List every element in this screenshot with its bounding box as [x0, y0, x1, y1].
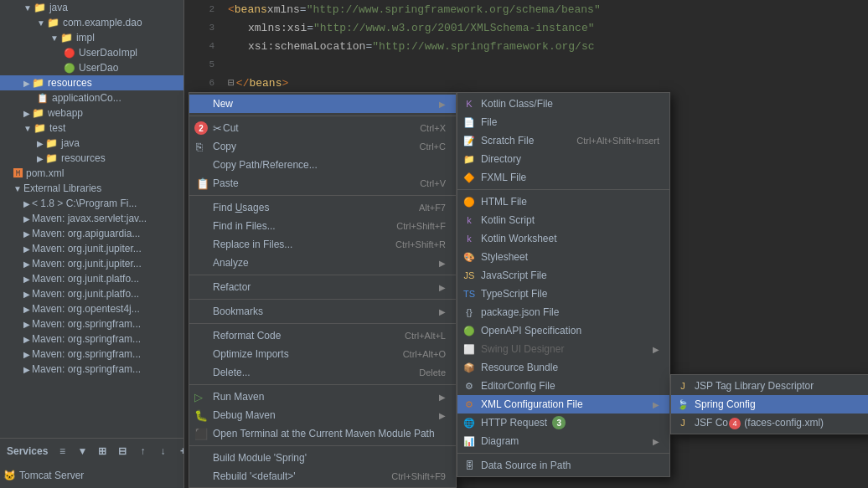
tree-item-impl[interactable]: ▼ 📁 impl	[0, 30, 183, 45]
menu-item-optimize-imports[interactable]: Optimize Imports Ctrl+Alt+O	[189, 345, 456, 363]
new-editorconfig[interactable]: ⚙ EditorConfig File	[457, 377, 669, 395]
menu-item-cut[interactable]: 2 ✂ Cut Ctrl+X	[189, 119, 456, 137]
menu-item-find-in-files[interactable]: Find in Files... Ctrl+Shift+F	[189, 217, 456, 235]
tree-label: UserDao	[79, 62, 118, 74]
menu-item-label: Swing UI Designer	[481, 343, 564, 355]
new-datasource[interactable]: 🗄 Data Source in Path	[457, 456, 669, 475]
new-file[interactable]: 📄 File	[457, 113, 669, 131]
menu-item-delete[interactable]: Delete... Delete	[189, 363, 456, 382]
new-kotlin-worksheet[interactable]: k Kotlin Worksheet	[457, 229, 669, 248]
tree-item-maven-junit2[interactable]: ▶ Maven: org.junit.jupiter...	[0, 256, 183, 271]
new-typescript[interactable]: TS TypeScript File	[457, 285, 669, 303]
new-resource-bundle[interactable]: 📦 Resource Bundle	[457, 358, 669, 377]
menu-item-label: Reformat Code	[213, 330, 281, 342]
line-number: 2	[191, 4, 214, 14]
menu-item-open-terminal[interactable]: ⬛ Open Terminal at the Current Maven Mod…	[189, 424, 456, 443]
xml-spring-config[interactable]: 🍃 Spring Config	[671, 395, 868, 414]
tree-item-maven-junit4[interactable]: ▶ Maven: org.junit.platfo...	[0, 286, 183, 301]
menu-item-label: Find in Files...	[213, 220, 276, 232]
tree-item-maven-spring4[interactable]: ▶ Maven: org.springfram...	[0, 362, 183, 377]
java-icon: 🔴	[64, 48, 75, 59]
line-number: 5	[191, 59, 214, 69]
menu-item-label: Refactor	[213, 281, 251, 293]
services-btn-2[interactable]: ▼	[75, 444, 90, 459]
menu-item-build-module[interactable]: Build Module 'Spring'	[189, 449, 456, 467]
new-swing[interactable]: ⬜ Swing UI Designer ▶	[457, 340, 669, 358]
tree-item-maven-opentest[interactable]: ▶ Maven: org.opentest4j...	[0, 301, 183, 316]
new-kotlin-script[interactable]: k Kotlin Script	[457, 211, 669, 229]
menu-item-label: Build Module 'Spring'	[213, 452, 307, 464]
xml-jsp-tag[interactable]: J JSP Tag Library Descriptor	[671, 377, 868, 395]
menu-item-replace-in-files[interactable]: Replace in Files... Ctrl+Shift+R	[189, 235, 456, 254]
divider	[457, 453, 669, 454]
menu-item-find-usages[interactable]: Find Usages Alt+F7	[189, 198, 456, 217]
new-fxml[interactable]: 🔶 FXML File	[457, 168, 669, 187]
new-scratch-file[interactable]: 📝 Scratch File Ctrl+Alt+Shift+Insert	[457, 131, 669, 150]
tree-item-maven-junit3[interactable]: ▶ Maven: org.junit.platfo...	[0, 271, 183, 286]
menu-item-debug-maven[interactable]: 🐛 Debug Maven ▶	[189, 406, 456, 424]
menu-item-copy-path[interactable]: Copy Path/Reference...	[189, 156, 456, 174]
menu-item-refactor[interactable]: Refactor ▶	[189, 278, 456, 296]
tree-item-pom[interactable]: 🅼 pom.xml	[0, 166, 183, 181]
tree-item-webapp[interactable]: ▶ 📁 webapp	[0, 105, 183, 121]
tree-item-userdao[interactable]: 🟢 UserDao	[0, 60, 183, 75]
menu-item-analyze[interactable]: Analyze ▶	[189, 254, 456, 272]
services-btn-5[interactable]: ↑	[135, 444, 150, 459]
services-btn-1[interactable]: ≡	[54, 444, 70, 459]
new-directory[interactable]: 📁 Directory	[457, 150, 669, 168]
tree-item-maven-junit1[interactable]: ▶ Maven: org.junit.jupiter...	[0, 241, 183, 256]
new-package-json[interactable]: {} package.json File	[457, 303, 669, 321]
expand-arrow: ▶	[23, 290, 30, 299]
new-http-request[interactable]: 🌐 HTTP Request 3	[457, 414, 669, 432]
services-btn-3[interactable]: ⊞	[95, 444, 110, 459]
tree-item-resources[interactable]: ▶ 📁 resources	[0, 75, 183, 90]
terminal-icon: ⬛	[194, 428, 208, 440]
menu-item-new[interactable]: New ▶	[189, 95, 456, 113]
folder-icon: 📁	[60, 32, 73, 44]
tree-item-appconfig[interactable]: 📋 applicationCo...	[0, 90, 183, 105]
tree-item-maven-spring2[interactable]: ▶ Maven: org.springfram...	[0, 331, 183, 347]
tree-label: External Libraries	[23, 182, 101, 194]
new-xml-config[interactable]: ⚙ XML Configuration File ▶	[457, 395, 669, 414]
tree-label: com.example.dao	[63, 17, 142, 28]
tree-item-dao[interactable]: ▼ 📁 com.example.dao	[0, 15, 183, 30]
diagram-icon: 📊	[462, 434, 476, 448]
jsf-icon: J	[676, 416, 690, 429]
new-javascript[interactable]: JS JavaScript File	[457, 266, 669, 285]
new-kotlin-class[interactable]: K Kotlin Class/File	[457, 95, 669, 113]
menu-item-copy[interactable]: ⎘ Copy Ctrl+C	[189, 137, 456, 156]
menu-item-rebuild[interactable]: Rebuild '<default>' Ctrl+Shift+F9	[189, 467, 456, 485]
tree-item-userdaoimpl[interactable]: 🔴 UserDaoImpl	[0, 45, 183, 60]
services-btn-4[interactable]: ⊟	[115, 444, 130, 459]
new-diagram[interactable]: 📊 Diagram ▶	[457, 432, 669, 450]
menu-item-paste[interactable]: 📋 Paste Ctrl+V	[189, 174, 456, 193]
tree-item-test[interactable]: ▼ 📁 test	[0, 121, 183, 136]
folder-icon: 📁	[45, 152, 58, 164]
tree-item-maven-api[interactable]: ▶ Maven: org.apiguardia...	[0, 226, 183, 241]
tree-item-java[interactable]: ▼ 📁 java	[0, 0, 183, 15]
menu-item-bookmarks[interactable]: Bookmarks ▶	[189, 302, 456, 321]
expand-arrow: ▼	[23, 124, 32, 133]
tree-label: Maven: org.junit.platfo...	[32, 288, 139, 300]
xml-jsf[interactable]: J JSF Co4 (faces-config.xml)	[671, 414, 868, 432]
tree-item-test-resources[interactable]: ▶ 📁 resources	[0, 151, 183, 166]
tree-item-maven-spring1[interactable]: ▶ Maven: org.springfram...	[0, 316, 183, 331]
tree-item-test-java[interactable]: ▶ 📁 java	[0, 136, 183, 151]
kotlin-icon: K	[462, 97, 476, 110]
new-html[interactable]: 🟠 HTML File	[457, 193, 669, 211]
services-btn-6[interactable]: ↓	[155, 444, 170, 459]
tree-item-maven-servlet[interactable]: ▶ Maven: javax.servlet:jav...	[0, 211, 183, 226]
new-stylesheet[interactable]: 🎨 Stylesheet	[457, 248, 669, 266]
tree-item-maven-spring3[interactable]: ▶ Maven: org.springfram...	[0, 347, 183, 362]
datasource-icon: 🗄	[462, 459, 476, 472]
shortcut-label: Ctrl+Shift+R	[379, 239, 446, 249]
tree-item-ext-libs[interactable]: ▼ External Libraries	[0, 181, 183, 196]
menu-item-run-maven[interactable]: ▷ Run Maven ▶	[189, 388, 456, 406]
menu-item-reformat[interactable]: Reformat Code Ctrl+Alt+L	[189, 326, 456, 345]
new-openapi[interactable]: 🟢 OpenAPI Specification	[457, 321, 669, 340]
tree-item-jdk[interactable]: ▶ < 1.8 > C:\Program Fi...	[0, 196, 183, 211]
ts-icon: TS	[462, 287, 476, 301]
services-btn-add[interactable]: +	[175, 444, 184, 459]
tomcat-server-item[interactable]: 🐱 Tomcat Server	[0, 468, 184, 483]
menu-item-label: Resource Bundle	[481, 362, 558, 373]
